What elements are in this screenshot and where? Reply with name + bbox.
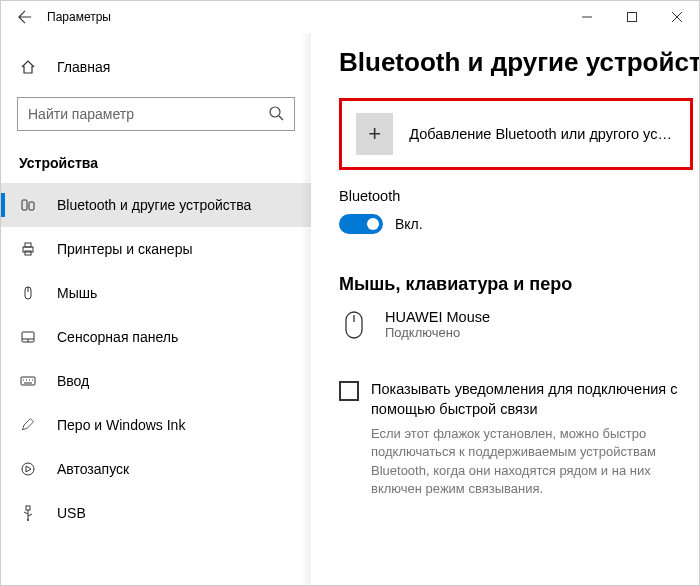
touchpad-icon — [19, 329, 37, 345]
device-mouse-icon — [339, 310, 369, 340]
nav-label: Автозапуск — [57, 461, 129, 477]
back-arrow-icon — [18, 10, 32, 24]
svg-rect-7 — [29, 202, 34, 210]
printer-icon — [19, 241, 37, 257]
svg-point-25 — [27, 519, 29, 521]
sidebar-section-header: Устройства — [1, 143, 311, 183]
svg-line-27 — [28, 514, 32, 516]
maximize-icon — [627, 12, 637, 22]
active-accent — [1, 193, 5, 217]
back-button[interactable] — [9, 1, 41, 33]
svg-point-22 — [22, 463, 34, 475]
bluetooth-toggle[interactable] — [339, 214, 383, 234]
nav-item-pen[interactable]: Перо и Windows Ink — [1, 403, 311, 447]
svg-line-26 — [24, 512, 28, 514]
nav-label: Bluetooth и другие устройства — [57, 197, 251, 213]
swift-pair-helper: Если этот флажок установлен, можно быстр… — [371, 425, 693, 498]
svg-rect-9 — [25, 243, 31, 247]
section-mouse-keyboard: Мышь, клавиатура и перо — [339, 274, 693, 295]
close-icon — [672, 12, 682, 22]
plus-icon: + — [356, 113, 393, 155]
home-label: Главная — [57, 59, 110, 75]
nav-label: USB — [57, 505, 86, 521]
nav-label: Принтеры и сканеры — [57, 241, 192, 257]
bluetooth-heading: Bluetooth — [339, 188, 693, 204]
maximize-button[interactable] — [609, 1, 654, 33]
sidebar: Главная Найти параметр Устройства Blueto… — [1, 33, 311, 585]
home-nav-item[interactable]: Главная — [1, 45, 311, 89]
nav-item-touchpad[interactable]: Сенсорная панель — [1, 315, 311, 359]
device-row[interactable]: HUAWEI Mouse Подключено — [339, 309, 693, 340]
svg-point-4 — [270, 107, 280, 117]
nav-label: Перо и Windows Ink — [57, 417, 185, 433]
search-input[interactable]: Найти параметр — [17, 97, 295, 131]
nav-item-usb[interactable]: USB — [1, 491, 311, 535]
svg-rect-1 — [627, 13, 636, 22]
minimize-button[interactable] — [564, 1, 609, 33]
autoplay-icon — [19, 461, 37, 477]
svg-line-5 — [279, 116, 283, 120]
nav-label: Сенсорная панель — [57, 329, 178, 345]
device-name: HUAWEI Mouse — [385, 309, 490, 325]
svg-rect-16 — [21, 377, 35, 385]
add-device-label: Добавление Bluetooth или другого устройс… — [409, 126, 676, 142]
close-button[interactable] — [654, 1, 699, 33]
keyboard-icon — [19, 373, 37, 389]
search-placeholder: Найти параметр — [28, 106, 134, 122]
nav-item-autoplay[interactable]: Автозапуск — [1, 447, 311, 491]
add-device-button[interactable]: + Добавление Bluetooth или другого устро… — [339, 98, 693, 170]
nav-item-bluetooth[interactable]: Bluetooth и другие устройства — [1, 183, 311, 227]
home-icon — [19, 59, 37, 75]
svg-rect-23 — [26, 506, 30, 510]
device-status: Подключено — [385, 325, 490, 340]
search-icon — [268, 105, 284, 124]
nav-item-printers[interactable]: Принтеры и сканеры — [1, 227, 311, 271]
bluetooth-devices-icon — [19, 197, 37, 213]
toggle-knob — [367, 218, 379, 230]
usb-icon — [19, 505, 37, 521]
content-area: Bluetooth и другие устройства + Добавлен… — [311, 33, 699, 585]
nav-item-mouse[interactable]: Мышь — [1, 271, 311, 315]
swift-pair-label: Показывать уведомления для подключения с… — [371, 380, 693, 419]
minimize-icon — [582, 12, 592, 22]
swift-pair-checkbox[interactable] — [339, 381, 359, 401]
pen-icon — [19, 417, 37, 433]
nav-label: Ввод — [57, 373, 89, 389]
nav-item-typing[interactable]: Ввод — [1, 359, 311, 403]
mouse-icon — [19, 285, 37, 301]
page-title: Bluetooth и другие устройства — [339, 47, 693, 78]
titlebar: Параметры — [1, 1, 699, 33]
svg-rect-6 — [22, 200, 27, 210]
toggle-state-label: Вкл. — [395, 216, 423, 232]
window-title: Параметры — [47, 10, 111, 24]
nav-label: Мышь — [57, 285, 97, 301]
